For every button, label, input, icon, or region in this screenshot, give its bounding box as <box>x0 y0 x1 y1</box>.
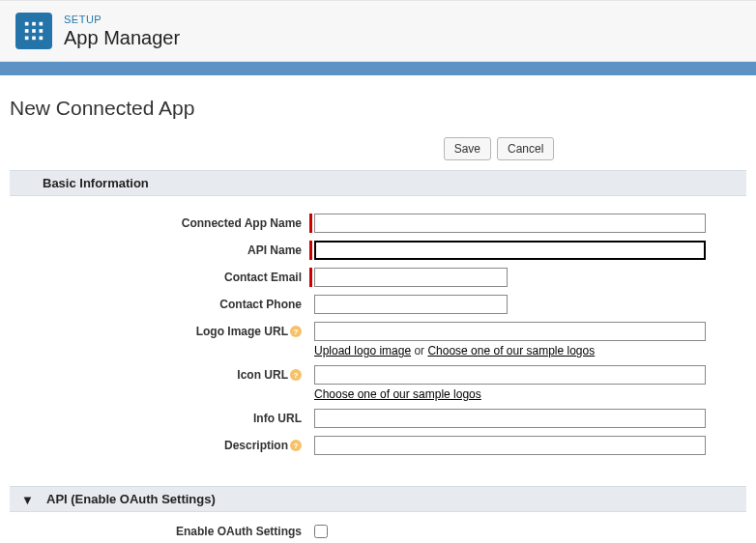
contact-phone-input[interactable] <box>314 295 508 314</box>
logo-helper: Upload logo image or Choose one of our s… <box>314 344 595 357</box>
svg-rect-2 <box>40 22 44 26</box>
action-buttons: Save Cancel <box>10 137 746 160</box>
svg-rect-4 <box>32 29 36 33</box>
enable-oauth-checkbox[interactable] <box>314 525 328 538</box>
upload-logo-link[interactable]: Upload logo image <box>314 344 411 357</box>
help-icon[interactable]: ? <box>290 326 302 337</box>
label-contact-phone: Contact Phone <box>19 295 309 311</box>
decorative-strip <box>0 62 756 75</box>
label-connected-app-name: Connected App Name <box>19 214 309 230</box>
label-logo-image-url: Logo Image URL <box>196 325 288 338</box>
svg-rect-3 <box>25 29 29 33</box>
required-indicator <box>309 241 312 260</box>
connected-app-name-input[interactable] <box>314 214 706 233</box>
label-icon-url: Icon URL <box>237 368 288 382</box>
row-contact-email: Contact Email <box>19 268 737 287</box>
help-icon[interactable]: ? <box>290 369 302 381</box>
chevron-down-icon: ▼ <box>21 492 34 506</box>
label-description: Description <box>224 439 288 452</box>
svg-rect-1 <box>32 22 36 26</box>
icon-url-input[interactable] <box>314 365 706 385</box>
section-api-oauth[interactable]: ▼ API (Enable OAuth Settings) <box>10 486 746 512</box>
label-contact-email: Contact Email <box>19 268 309 284</box>
setup-header: SETUP App Manager <box>0 0 756 62</box>
label-info-url: Info URL <box>19 409 309 425</box>
choose-sample-icon-link[interactable]: Choose one of our sample logos <box>314 387 481 401</box>
row-enable-oauth: Enable OAuth Settings <box>19 522 737 541</box>
choose-sample-logo-link[interactable]: Choose one of our sample logos <box>427 344 595 357</box>
svg-rect-5 <box>40 29 44 33</box>
logo-image-url-input[interactable] <box>314 322 706 341</box>
grid-icon <box>23 20 44 42</box>
row-contact-phone: Contact Phone <box>19 295 737 314</box>
label-api-name: API Name <box>19 241 309 257</box>
row-api-name: API Name <box>19 241 737 260</box>
helper-or: or <box>411 344 427 357</box>
description-input[interactable] <box>314 436 706 455</box>
svg-rect-7 <box>32 37 36 41</box>
section-title: Basic Information <box>43 176 149 190</box>
page-title: New Connected App <box>10 97 746 120</box>
row-info-url: Info URL <box>19 409 737 428</box>
basic-information-form: Connected App Name API Name Contact Emai… <box>10 196 746 486</box>
api-name-input[interactable] <box>314 241 706 260</box>
section-title: API (Enable OAuth Settings) <box>46 492 216 506</box>
row-logo-image-url: Logo Image URL ? Upload logo image or Ch… <box>19 322 737 357</box>
row-description: Description ? <box>19 436 737 455</box>
icon-helper: Choose one of our sample logos <box>314 387 481 401</box>
header-eyebrow: SETUP <box>64 14 180 25</box>
contact-email-input[interactable] <box>314 268 508 287</box>
app-launcher-icon[interactable] <box>15 13 52 49</box>
header-title: App Manager <box>64 27 180 49</box>
section-basic-information: Basic Information <box>10 170 746 196</box>
cancel-button[interactable]: Cancel <box>497 137 554 160</box>
api-oauth-form: Enable OAuth Settings <box>10 512 746 543</box>
help-icon[interactable]: ? <box>290 440 302 451</box>
header-text: SETUP App Manager <box>64 14 180 49</box>
required-indicator <box>309 268 312 287</box>
required-indicator <box>309 214 312 233</box>
row-connected-app-name: Connected App Name <box>19 214 737 233</box>
svg-rect-0 <box>25 22 29 26</box>
svg-rect-6 <box>25 37 29 41</box>
label-enable-oauth: Enable OAuth Settings <box>19 522 309 538</box>
info-url-input[interactable] <box>314 409 706 428</box>
save-button[interactable]: Save <box>444 137 491 160</box>
row-icon-url: Icon URL ? Choose one of our sample logo… <box>19 365 737 401</box>
svg-rect-8 <box>40 37 44 41</box>
